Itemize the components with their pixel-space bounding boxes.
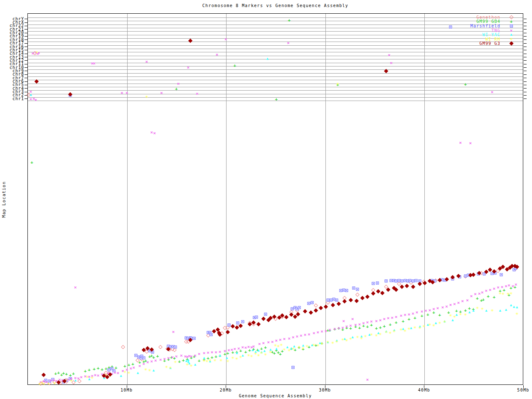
data-point-wi-rh: ✳ bbox=[283, 348, 286, 352]
y-tick-mark-right-chr22 bbox=[524, 26, 527, 26]
data-point-marshfield bbox=[264, 313, 267, 316]
data-point-tng: × bbox=[512, 283, 515, 288]
data-point-tng: × bbox=[366, 377, 369, 382]
chromosome-row-line bbox=[28, 49, 523, 49]
data-point-wi-yac: ▲ bbox=[120, 374, 122, 377]
data-point-tng: × bbox=[470, 293, 473, 298]
data-point-tng: × bbox=[404, 313, 406, 317]
legend-label-gm99-gb4: GM99 GB4 bbox=[432, 19, 500, 24]
data-point-tng: × bbox=[180, 353, 183, 358]
data-point-gm99-gb4: + bbox=[105, 366, 108, 370]
data-point-wi-yac: ▲ bbox=[236, 352, 238, 355]
data-point-wi-rh: ✳ bbox=[515, 312, 519, 315]
data-point-wi-rh: ✳ bbox=[428, 323, 431, 327]
data-point-gm99-gb4: + bbox=[455, 308, 458, 313]
y-tick-mark-chr22 bbox=[25, 26, 27, 26]
data-point-wi-yac: ▲ bbox=[468, 311, 470, 314]
data-point-tng: × bbox=[116, 371, 119, 375]
y-axis-label: Map Location bbox=[2, 181, 6, 218]
data-point-wi-rh: ✳ bbox=[169, 366, 172, 369]
chart-title: Chromosome 8 Markers vs Genome Sequence … bbox=[27, 3, 523, 8]
legend-label-gm99-g3: GM99 G3 bbox=[432, 41, 500, 46]
legend-symbol-cell bbox=[500, 16, 522, 19]
data-point-wi-rh: ✳ bbox=[239, 355, 242, 359]
data-point-wi-rh: ✳ bbox=[70, 379, 73, 383]
y-tick-mark-right-chr8 bbox=[524, 74, 527, 75]
data-point-tng: × bbox=[80, 375, 83, 379]
y-tick-mark-right-chr12 bbox=[524, 60, 527, 61]
data-point-tng: × bbox=[395, 314, 398, 319]
data-point-gm99-gb4: + bbox=[88, 367, 91, 372]
data-point-wi-rh: ✳ bbox=[360, 336, 363, 340]
data-point-tng: × bbox=[153, 131, 156, 135]
data-point-wi-rh: ✳ bbox=[490, 309, 494, 313]
data-point-wi-rh: ✳ bbox=[432, 324, 436, 328]
data-point-tng: × bbox=[94, 372, 97, 377]
y-tick-mark-right-chr18 bbox=[524, 39, 527, 40]
data-point-wi-rh: ✳ bbox=[260, 351, 263, 355]
data-point-wi-rh: ✳ bbox=[231, 356, 234, 360]
data-point-tng: × bbox=[481, 290, 484, 294]
data-point-wi-rh: ✳ bbox=[331, 341, 335, 345]
data-point-marshfield bbox=[174, 345, 177, 348]
data-point-genethon bbox=[121, 345, 125, 349]
data-point-tng: × bbox=[362, 320, 365, 325]
data-point-tng: × bbox=[177, 81, 180, 86]
data-point-tng: × bbox=[279, 337, 282, 342]
data-point-wi-rh: ✳ bbox=[481, 307, 484, 311]
y-tick-mark-right-chr6 bbox=[524, 81, 527, 82]
data-point-genethon bbox=[158, 345, 163, 349]
data-point-tng: × bbox=[489, 287, 492, 292]
y-tick-mark-chr19 bbox=[25, 36, 27, 37]
data-point-tng: × bbox=[30, 97, 32, 101]
legend-label-wi-yac: WI YAC bbox=[432, 32, 500, 37]
data-point-tng: × bbox=[325, 328, 328, 333]
data-point-tng: × bbox=[485, 288, 488, 293]
data-point-tng: × bbox=[379, 318, 382, 322]
data-point-wi-rh: ✳ bbox=[226, 359, 229, 363]
x-tick-label-50mb: 50Mb bbox=[511, 388, 532, 392]
chromosome-row-line bbox=[28, 56, 523, 56]
data-point-wi-rh: ✳ bbox=[476, 306, 479, 310]
data-point-tng: × bbox=[154, 358, 157, 363]
data-point-tng: × bbox=[388, 53, 391, 57]
data-point-marshfield bbox=[227, 324, 230, 327]
data-point-tng: × bbox=[515, 282, 517, 287]
data-point-wi-rh: ✳ bbox=[91, 376, 94, 379]
data-point-tng: × bbox=[287, 41, 290, 45]
data-point-marshfield bbox=[236, 321, 239, 324]
data-point-wi-rh: ✳ bbox=[53, 382, 57, 385]
data-point-gm99-gb4: + bbox=[464, 82, 467, 86]
asterisk-icon: ✳ bbox=[510, 37, 513, 41]
data-point-wi-rh: ✳ bbox=[313, 343, 316, 347]
data-point-wi-rh: ✳ bbox=[292, 347, 295, 351]
legend-item-wi-rh: WI RH✳ bbox=[432, 37, 522, 42]
data-point-gm99-g3 bbox=[309, 310, 313, 315]
data-point-marshfield bbox=[352, 287, 355, 290]
data-point-tng: × bbox=[304, 332, 307, 337]
data-point-tng: × bbox=[358, 322, 361, 326]
data-point-tng: × bbox=[411, 311, 414, 315]
y-tick-mark-right-chr20 bbox=[524, 33, 527, 33]
data-point-tng: × bbox=[400, 313, 403, 318]
data-point-wi-rh: ✳ bbox=[305, 345, 309, 348]
chromosome-row-line bbox=[28, 76, 523, 77]
data-point-gm99-g3 bbox=[284, 315, 288, 319]
data-point-marshfield bbox=[464, 274, 467, 277]
data-point-gm99-gb4: + bbox=[84, 368, 87, 373]
data-point-tng: × bbox=[424, 308, 427, 313]
data-point-marshfield bbox=[310, 301, 313, 304]
y-tick-mark-right-chr2 bbox=[524, 95, 527, 96]
data-point-marshfield bbox=[134, 354, 137, 357]
data-point-gm99-gb4: + bbox=[395, 320, 398, 325]
data-point-tng: × bbox=[469, 141, 472, 145]
y-tick-mark-chr3 bbox=[25, 92, 27, 92]
data-point-wi-rh: ✳ bbox=[316, 344, 320, 347]
data-point-tng: × bbox=[224, 348, 227, 353]
data-point-marshfield bbox=[356, 288, 359, 291]
data-point-wi-rh: ✳ bbox=[209, 359, 212, 362]
data-point-marshfield bbox=[404, 279, 406, 282]
y-tick-mark-chr13 bbox=[25, 57, 27, 57]
data-point-wi-rh: ✳ bbox=[144, 368, 148, 372]
data-point-tng: × bbox=[34, 97, 37, 102]
